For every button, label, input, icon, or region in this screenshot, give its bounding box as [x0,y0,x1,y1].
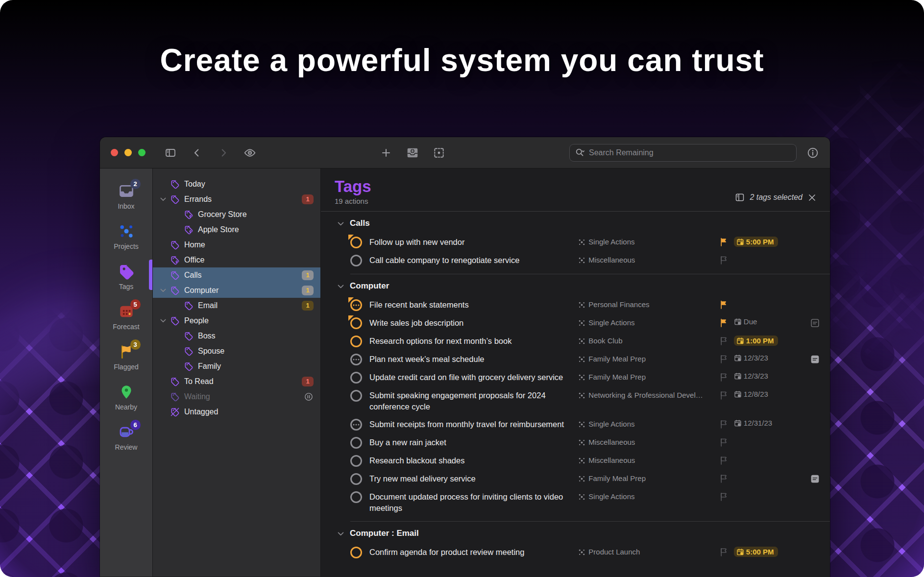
tag-row-calls[interactable]: Calls 1 [153,267,320,283]
tag-row-grocery-store[interactable]: Grocery Store [153,207,320,222]
complete-checkbox[interactable] [350,372,362,384]
task-row[interactable]: Plan next week’s meal schedule Family Me… [321,350,830,368]
tag-icon [170,179,180,189]
info-button[interactable] [806,146,819,159]
tag-row-family[interactable]: Family [153,359,320,374]
tag-label: Calls [184,271,202,280]
note-icon[interactable] [810,474,820,484]
flag-icon[interactable] [719,318,729,328]
complete-checkbox[interactable] [350,437,362,449]
complete-checkbox[interactable] [350,473,362,485]
flag-icon[interactable] [719,237,729,247]
close-button[interactable] [111,149,118,156]
search-input[interactable] [589,148,791,157]
tag-row-untagged[interactable]: Untagged [153,404,320,419]
flag-icon[interactable] [719,474,729,483]
task-row[interactable]: Submit speaking engagement proposals for… [321,386,830,415]
due-date: 12/3/23 [734,372,768,380]
flag-icon[interactable] [719,547,729,557]
complete-checkbox[interactable] [350,317,362,329]
tag-row-spouse[interactable]: Spouse [153,343,320,359]
flag-icon[interactable] [719,437,729,447]
flag-icon[interactable] [719,419,729,429]
complete-checkbox[interactable] [350,491,362,503]
tag-row-errands[interactable]: Errands 1 [153,192,320,207]
due-date: Due [734,317,757,326]
tag-row-office[interactable]: Office [153,252,320,267]
tag-row-computer[interactable]: Computer 1 [153,283,320,298]
chevron-down-icon[interactable] [159,317,167,325]
flag-icon[interactable] [719,492,729,502]
repeat-dots [356,424,357,426]
task-row[interactable]: Try new meal delivery service Family Mea… [321,470,830,488]
task-row[interactable]: Buy a new rain jacket Miscellaneous [321,433,830,452]
tag-label: Errands [184,195,212,204]
flag-icon[interactable] [719,300,729,310]
tag-icon [170,377,180,386]
complete-checkbox[interactable] [350,390,362,402]
forward-button[interactable] [217,146,230,159]
tag-row-today[interactable]: Today [153,176,320,192]
tag-row-home[interactable]: Home [153,237,320,252]
sidebar-item-nearby[interactable]: Nearby [100,381,152,413]
task-row[interactable]: Submit receipts from monthly travel for … [321,415,830,433]
flag-icon[interactable] [719,456,729,465]
minimize-button[interactable] [124,149,132,156]
complete-checkbox[interactable] [350,255,362,266]
flag-icon[interactable] [719,255,729,265]
complete-checkbox[interactable] [350,455,362,467]
sidebar-item-tags[interactable]: Tags [100,261,152,292]
tag-row-people[interactable]: People [153,313,320,328]
task-title: Try new meal delivery service [369,473,578,484]
back-button[interactable] [191,146,203,159]
focus-scan-button[interactable] [433,146,445,159]
sidebar-item-inbox[interactable]: 2 Inbox [100,180,152,212]
sidebar-item-forecast[interactable]: 5 Forecast [100,301,152,333]
chevron-down-icon[interactable] [159,195,167,203]
task-row[interactable]: Follow up with new vendor Single Actions… [321,233,830,251]
task-row[interactable]: Write sales job description Single Actio… [321,314,830,332]
tag-icon [184,301,194,311]
tag-row-to-read[interactable]: To Read 1 [153,374,320,389]
sidebar-item-flagged[interactable]: 3 Flagged [100,341,152,373]
search-field[interactable] [569,144,797,162]
main-content: Tags 19 actions 2 tags selected Calls [321,168,830,577]
chevron-down-icon[interactable] [337,282,345,290]
tag-row-waiting[interactable]: Waiting [153,389,320,404]
complete-checkbox[interactable] [350,299,362,311]
clear-selection-button[interactable] [807,192,817,202]
chevron-down-icon[interactable] [337,219,345,228]
note-icon[interactable] [810,354,820,364]
view-eye-button[interactable] [243,146,256,159]
complete-checkbox[interactable] [350,547,362,558]
task-row[interactable]: Document updated process for inviting cl… [321,488,830,517]
chevron-down-icon[interactable] [159,287,167,294]
add-button[interactable] [380,146,392,159]
complete-checkbox[interactable] [350,237,362,248]
sidebar-toggle-button[interactable] [164,146,177,159]
task-row[interactable]: Confirm agenda for product review meetin… [321,543,830,561]
task-row[interactable]: Research blackout shades Miscellaneous [321,452,830,470]
zoom-button[interactable] [138,149,146,156]
sidebar-item-projects[interactable]: Projects [100,220,152,252]
tag-row-apple-store[interactable]: Apple Store [153,222,320,237]
tag-row-boss[interactable]: Boss [153,328,320,343]
flag-icon[interactable] [719,372,729,382]
task-row[interactable]: Call cable company to renegotiate servic… [321,251,830,269]
complete-checkbox[interactable] [350,419,362,431]
complete-checkbox[interactable] [350,336,362,347]
chevron-down-icon[interactable] [337,529,345,538]
tag-row-email[interactable]: Email 1 [153,298,320,313]
flag-icon[interactable] [719,390,729,400]
note-icon[interactable] [810,318,820,328]
complete-checkbox[interactable] [350,354,362,365]
project-icon [578,392,585,399]
task-row[interactable]: Research options for next month’s book B… [321,332,830,350]
sidebar-item-review[interactable]: 6 Review [100,421,152,453]
task-row[interactable]: Update credit card on file with grocery … [321,368,830,386]
project-label: Family Meal Prep [588,373,646,381]
flag-icon[interactable] [719,336,729,346]
flag-icon[interactable] [719,354,729,364]
task-row[interactable]: File recent bank statements Personal Fin… [321,296,830,314]
save-to-inbox-button[interactable] [406,146,419,159]
